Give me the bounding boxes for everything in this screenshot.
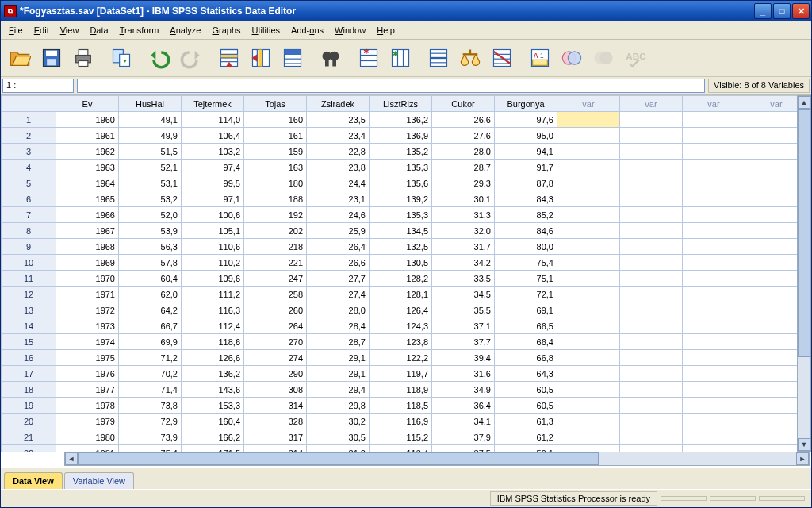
empty-cell[interactable] <box>683 271 745 287</box>
variables-button[interactable] <box>278 44 307 72</box>
data-cell[interactable]: 91,7 <box>495 160 557 175</box>
data-cell[interactable]: 66,8 <box>495 350 557 366</box>
data-cell[interactable]: 114,0 <box>182 112 244 128</box>
weight-cases-button[interactable] <box>456 44 485 72</box>
data-cell[interactable]: 111,2 <box>182 287 244 302</box>
data-cell[interactable]: 28,7 <box>307 334 370 350</box>
empty-cell[interactable] <box>745 445 798 452</box>
use-sets-button[interactable] <box>557 44 586 72</box>
empty-cell[interactable] <box>620 366 683 382</box>
row-header[interactable]: 12 <box>2 287 56 302</box>
empty-cell[interactable] <box>620 271 683 287</box>
data-cell[interactable]: 23,8 <box>307 160 370 175</box>
vertical-scrollbar[interactable]: ▲ ▼ <box>797 95 811 452</box>
column-header-burgonya[interactable]: Burgonya <box>495 96 557 112</box>
data-cell[interactable]: 28,0 <box>432 144 495 160</box>
empty-cell[interactable] <box>683 398 745 414</box>
menu-window[interactable]: Window <box>330 24 370 37</box>
scroll-left-arrow[interactable]: ◄ <box>65 452 78 465</box>
data-cell[interactable]: 159 <box>244 144 307 160</box>
empty-cell[interactable] <box>620 287 683 302</box>
empty-cell[interactable] <box>620 255 683 271</box>
empty-cell[interactable] <box>745 175 798 191</box>
data-cell[interactable]: 136,2 <box>182 366 244 382</box>
row-header[interactable]: 1 <box>2 112 56 128</box>
corner-cell[interactable] <box>2 96 56 112</box>
data-cell[interactable]: 31,6 <box>432 366 495 382</box>
data-cell[interactable]: 64,2 <box>119 302 182 318</box>
cell-reference[interactable]: 1 : <box>2 79 74 93</box>
scroll-up-arrow[interactable]: ▲ <box>798 96 810 109</box>
data-cell[interactable]: 60,5 <box>495 382 557 398</box>
data-cell[interactable]: 27,4 <box>307 287 370 302</box>
empty-cell[interactable] <box>557 445 620 452</box>
data-cell[interactable]: 105,1 <box>182 223 244 239</box>
row-header[interactable]: 6 <box>2 191 56 207</box>
data-cell[interactable]: 161 <box>244 128 307 144</box>
data-cell[interactable]: 23,5 <box>307 112 370 128</box>
data-cell[interactable]: 314 <box>244 445 307 452</box>
data-cell[interactable]: 1965 <box>56 191 119 207</box>
empty-cell[interactable] <box>745 271 798 287</box>
menu-edit[interactable]: Edit <box>29 24 54 37</box>
data-cell[interactable]: 270 <box>244 334 307 350</box>
data-cell[interactable]: 84,3 <box>495 191 557 207</box>
empty-cell[interactable] <box>745 144 798 160</box>
data-cell[interactable]: 24,6 <box>307 207 370 223</box>
empty-cell[interactable] <box>745 429 798 445</box>
empty-cell[interactable] <box>620 398 683 414</box>
data-cell[interactable]: 94,1 <box>495 144 557 160</box>
data-cell[interactable]: 1966 <box>56 207 119 223</box>
empty-cell[interactable] <box>620 318 683 334</box>
data-cell[interactable]: 166,2 <box>182 429 244 445</box>
data-cell[interactable]: 1981 <box>56 445 119 452</box>
data-cell[interactable]: 25,9 <box>307 223 370 239</box>
data-cell[interactable]: 34,1 <box>432 414 495 429</box>
empty-cell[interactable] <box>557 302 620 318</box>
empty-cell[interactable] <box>745 223 798 239</box>
empty-cell[interactable] <box>620 334 683 350</box>
empty-cell[interactable] <box>557 144 620 160</box>
menu-view[interactable]: View <box>56 24 84 37</box>
data-cell[interactable]: 113,4 <box>370 445 432 452</box>
data-cell[interactable]: 1967 <box>56 223 119 239</box>
data-cell[interactable]: 160,4 <box>182 414 244 429</box>
data-cell[interactable]: 1963 <box>56 160 119 175</box>
data-cell[interactable]: 1970 <box>56 271 119 287</box>
data-cell[interactable]: 36,4 <box>432 398 495 414</box>
empty-cell[interactable] <box>557 207 620 223</box>
data-cell[interactable]: 99,5 <box>182 175 244 191</box>
data-cell[interactable]: 274 <box>244 350 307 366</box>
menu-transform[interactable]: Transform <box>115 24 164 37</box>
print-button[interactable] <box>69 44 98 72</box>
data-cell[interactable]: 1960 <box>56 112 119 128</box>
data-cell[interactable]: 1968 <box>56 239 119 255</box>
empty-cell[interactable] <box>683 207 745 223</box>
data-cell[interactable]: 122,2 <box>370 350 432 366</box>
empty-cell[interactable] <box>620 175 683 191</box>
data-cell[interactable]: 136,2 <box>370 112 432 128</box>
empty-cell[interactable] <box>683 128 745 144</box>
data-cell[interactable]: 51,5 <box>119 144 182 160</box>
empty-cell[interactable] <box>557 255 620 271</box>
row-header[interactable]: 7 <box>2 207 56 223</box>
find-button[interactable] <box>316 44 345 72</box>
data-cell[interactable]: 1974 <box>56 334 119 350</box>
data-cell[interactable]: 73,8 <box>119 398 182 414</box>
empty-cell[interactable] <box>745 128 798 144</box>
column-header-empty[interactable]: var <box>745 96 798 112</box>
undo-button[interactable] <box>145 44 174 72</box>
data-cell[interactable]: 132,5 <box>370 239 432 255</box>
data-cell[interactable]: 29,3 <box>432 175 495 191</box>
data-cell[interactable]: 160 <box>244 112 307 128</box>
data-cell[interactable]: 110,2 <box>182 255 244 271</box>
empty-cell[interactable] <box>683 191 745 207</box>
empty-cell[interactable] <box>683 160 745 175</box>
data-cell[interactable]: 1961 <box>56 128 119 144</box>
data-cell[interactable]: 26,6 <box>432 112 495 128</box>
empty-cell[interactable] <box>683 382 745 398</box>
empty-cell[interactable] <box>557 287 620 302</box>
row-header[interactable]: 15 <box>2 334 56 350</box>
data-cell[interactable]: 218 <box>244 239 307 255</box>
data-cell[interactable]: 260 <box>244 302 307 318</box>
